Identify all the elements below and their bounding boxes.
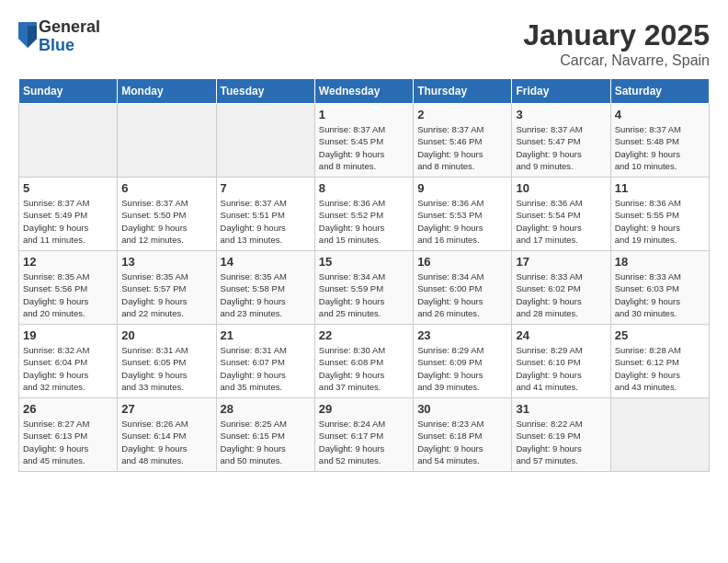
day-number: 22 bbox=[319, 328, 409, 342]
calendar-cell: 24Sunrise: 8:29 AM Sunset: 6:10 PM Dayli… bbox=[512, 325, 610, 398]
calendar-cell: 22Sunrise: 8:30 AM Sunset: 6:08 PM Dayli… bbox=[314, 325, 413, 398]
day-number: 17 bbox=[516, 255, 606, 269]
day-number: 6 bbox=[121, 181, 211, 195]
calendar-cell bbox=[19, 104, 118, 178]
day-info: Sunrise: 8:37 AM Sunset: 5:47 PM Dayligh… bbox=[516, 123, 606, 172]
day-info: Sunrise: 8:30 AM Sunset: 6:08 PM Dayligh… bbox=[319, 344, 409, 393]
day-info: Sunrise: 8:31 AM Sunset: 6:05 PM Dayligh… bbox=[121, 344, 211, 393]
day-info: Sunrise: 8:37 AM Sunset: 5:50 PM Dayligh… bbox=[121, 197, 211, 246]
calendar-cell bbox=[118, 104, 216, 178]
day-info: Sunrise: 8:34 AM Sunset: 5:59 PM Dayligh… bbox=[319, 270, 409, 319]
week-row-0: 1Sunrise: 8:37 AM Sunset: 5:45 PM Daylig… bbox=[19, 104, 710, 178]
calendar-cell: 12Sunrise: 8:35 AM Sunset: 5:56 PM Dayli… bbox=[19, 251, 118, 325]
day-number: 12 bbox=[23, 255, 113, 269]
header-sunday: Sunday bbox=[19, 79, 118, 104]
week-row-1: 5Sunrise: 8:37 AM Sunset: 5:49 PM Daylig… bbox=[19, 178, 710, 251]
day-info: Sunrise: 8:24 AM Sunset: 6:17 PM Dayligh… bbox=[319, 418, 409, 466]
day-number: 8 bbox=[319, 181, 409, 195]
header-saturday: Saturday bbox=[610, 79, 709, 104]
calendar-cell: 30Sunrise: 8:23 AM Sunset: 6:18 PM Dayli… bbox=[414, 398, 512, 472]
day-info: Sunrise: 8:36 AM Sunset: 5:53 PM Dayligh… bbox=[417, 197, 507, 246]
page-header: General Blue January 2025 Carcar, Navarr… bbox=[18, 18, 710, 69]
day-info: Sunrise: 8:31 AM Sunset: 6:07 PM Dayligh… bbox=[221, 344, 311, 393]
week-row-4: 26Sunrise: 8:27 AM Sunset: 6:13 PM Dayli… bbox=[19, 398, 710, 472]
day-number: 10 bbox=[516, 181, 606, 195]
calendar-cell: 14Sunrise: 8:35 AM Sunset: 5:58 PM Dayli… bbox=[216, 251, 314, 325]
day-number: 18 bbox=[615, 255, 705, 269]
calendar-cell: 27Sunrise: 8:26 AM Sunset: 6:14 PM Dayli… bbox=[118, 398, 216, 472]
day-number: 3 bbox=[516, 108, 606, 121]
logo-icon bbox=[18, 22, 37, 48]
day-info: Sunrise: 8:33 AM Sunset: 6:02 PM Dayligh… bbox=[516, 270, 606, 319]
calendar-cell: 1Sunrise: 8:37 AM Sunset: 5:45 PM Daylig… bbox=[314, 104, 413, 178]
logo-blue: Blue bbox=[39, 37, 100, 55]
header-tuesday: Tuesday bbox=[216, 79, 314, 104]
calendar-cell bbox=[610, 398, 709, 472]
svg-marker-1 bbox=[28, 26, 37, 48]
day-info: Sunrise: 8:37 AM Sunset: 5:46 PM Dayligh… bbox=[417, 123, 507, 172]
day-info: Sunrise: 8:33 AM Sunset: 6:03 PM Dayligh… bbox=[615, 270, 705, 319]
calendar-cell: 28Sunrise: 8:25 AM Sunset: 6:15 PM Dayli… bbox=[216, 398, 314, 472]
calendar-cell: 20Sunrise: 8:31 AM Sunset: 6:05 PM Dayli… bbox=[118, 325, 216, 398]
calendar-cell: 29Sunrise: 8:24 AM Sunset: 6:17 PM Dayli… bbox=[314, 398, 413, 472]
calendar-cell: 3Sunrise: 8:37 AM Sunset: 5:47 PM Daylig… bbox=[512, 104, 610, 178]
day-info: Sunrise: 8:22 AM Sunset: 6:19 PM Dayligh… bbox=[516, 418, 606, 466]
calendar-title: January 2025 bbox=[523, 18, 710, 52]
day-number: 30 bbox=[417, 402, 507, 416]
calendar-cell: 10Sunrise: 8:36 AM Sunset: 5:54 PM Dayli… bbox=[512, 178, 610, 251]
day-info: Sunrise: 8:34 AM Sunset: 6:00 PM Dayligh… bbox=[417, 270, 507, 319]
logo-general: General bbox=[39, 18, 100, 37]
header-thursday: Thursday bbox=[414, 79, 512, 104]
day-number: 14 bbox=[221, 255, 311, 269]
day-number: 15 bbox=[319, 255, 409, 269]
logo-text: General Blue bbox=[39, 18, 100, 55]
day-number: 21 bbox=[221, 328, 311, 342]
day-info: Sunrise: 8:29 AM Sunset: 6:09 PM Dayligh… bbox=[417, 344, 507, 393]
calendar-cell: 4Sunrise: 8:37 AM Sunset: 5:48 PM Daylig… bbox=[610, 104, 709, 178]
calendar-cell: 8Sunrise: 8:36 AM Sunset: 5:52 PM Daylig… bbox=[314, 178, 413, 251]
day-info: Sunrise: 8:29 AM Sunset: 6:10 PM Dayligh… bbox=[516, 344, 606, 393]
day-number: 19 bbox=[23, 328, 113, 342]
calendar-cell: 31Sunrise: 8:22 AM Sunset: 6:19 PM Dayli… bbox=[512, 398, 610, 472]
calendar-cell: 26Sunrise: 8:27 AM Sunset: 6:13 PM Dayli… bbox=[19, 398, 118, 472]
day-info: Sunrise: 8:35 AM Sunset: 5:56 PM Dayligh… bbox=[23, 270, 113, 319]
day-number: 16 bbox=[417, 255, 507, 269]
day-number: 5 bbox=[23, 181, 113, 195]
day-info: Sunrise: 8:32 AM Sunset: 6:04 PM Dayligh… bbox=[23, 344, 113, 393]
calendar-cell: 19Sunrise: 8:32 AM Sunset: 6:04 PM Dayli… bbox=[19, 325, 118, 398]
header-monday: Monday bbox=[118, 79, 216, 104]
day-info: Sunrise: 8:26 AM Sunset: 6:14 PM Dayligh… bbox=[121, 418, 211, 466]
day-info: Sunrise: 8:28 AM Sunset: 6:12 PM Dayligh… bbox=[615, 344, 705, 393]
day-number: 13 bbox=[121, 255, 211, 269]
calendar-cell: 2Sunrise: 8:37 AM Sunset: 5:46 PM Daylig… bbox=[414, 104, 512, 178]
week-row-2: 12Sunrise: 8:35 AM Sunset: 5:56 PM Dayli… bbox=[19, 251, 710, 325]
calendar-cell: 18Sunrise: 8:33 AM Sunset: 6:03 PM Dayli… bbox=[610, 251, 709, 325]
calendar-subtitle: Carcar, Navarre, Spain bbox=[523, 52, 710, 69]
calendar-cell: 23Sunrise: 8:29 AM Sunset: 6:09 PM Dayli… bbox=[414, 325, 512, 398]
calendar-cell: 21Sunrise: 8:31 AM Sunset: 6:07 PM Dayli… bbox=[216, 325, 314, 398]
calendar-cell: 6Sunrise: 8:37 AM Sunset: 5:50 PM Daylig… bbox=[118, 178, 216, 251]
week-row-3: 19Sunrise: 8:32 AM Sunset: 6:04 PM Dayli… bbox=[19, 325, 710, 398]
calendar-table: SundayMondayTuesdayWednesdayThursdayFrid… bbox=[18, 78, 710, 472]
day-number: 31 bbox=[516, 402, 606, 416]
day-info: Sunrise: 8:36 AM Sunset: 5:55 PM Dayligh… bbox=[615, 197, 705, 246]
calendar-cell bbox=[216, 104, 314, 178]
day-number: 20 bbox=[121, 328, 211, 342]
calendar-cell: 16Sunrise: 8:34 AM Sunset: 6:00 PM Dayli… bbox=[414, 251, 512, 325]
day-number: 29 bbox=[319, 402, 409, 416]
day-number: 11 bbox=[615, 181, 705, 195]
calendar-body: 1Sunrise: 8:37 AM Sunset: 5:45 PM Daylig… bbox=[19, 104, 710, 472]
day-number: 7 bbox=[221, 181, 311, 195]
day-info: Sunrise: 8:27 AM Sunset: 6:13 PM Dayligh… bbox=[23, 418, 113, 466]
day-number: 2 bbox=[417, 108, 507, 121]
day-info: Sunrise: 8:36 AM Sunset: 5:54 PM Dayligh… bbox=[516, 197, 606, 246]
day-info: Sunrise: 8:36 AM Sunset: 5:52 PM Dayligh… bbox=[319, 197, 409, 246]
calendar-header-row: SundayMondayTuesdayWednesdayThursdayFrid… bbox=[19, 79, 710, 104]
day-number: 24 bbox=[516, 328, 606, 342]
calendar-cell: 7Sunrise: 8:37 AM Sunset: 5:51 PM Daylig… bbox=[216, 178, 314, 251]
day-info: Sunrise: 8:25 AM Sunset: 6:15 PM Dayligh… bbox=[221, 418, 311, 466]
day-number: 28 bbox=[221, 402, 311, 416]
calendar-cell: 15Sunrise: 8:34 AM Sunset: 5:59 PM Dayli… bbox=[314, 251, 413, 325]
calendar-cell: 25Sunrise: 8:28 AM Sunset: 6:12 PM Dayli… bbox=[610, 325, 709, 398]
day-info: Sunrise: 8:37 AM Sunset: 5:45 PM Dayligh… bbox=[319, 123, 409, 172]
